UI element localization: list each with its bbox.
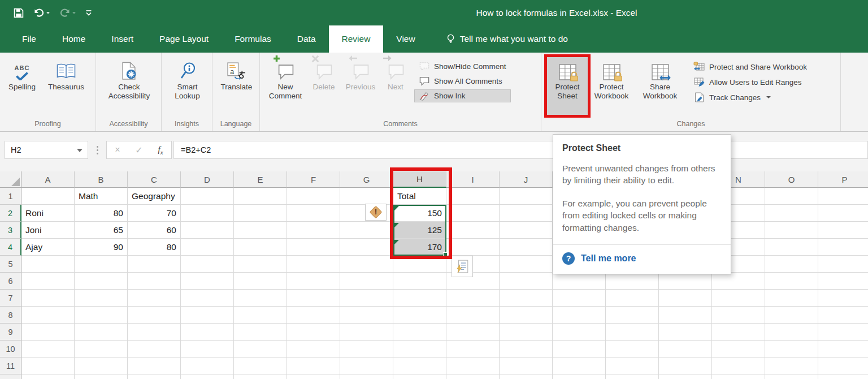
cell-D7[interactable]	[181, 290, 234, 307]
cell-G8[interactable]	[340, 307, 393, 324]
cell-K9[interactable]	[553, 324, 606, 341]
track-changes-button[interactable]: Track Changes	[689, 91, 811, 104]
cell-C7[interactable]	[128, 290, 181, 307]
cell-O7[interactable]	[765, 290, 818, 307]
column-header-C[interactable]: C	[128, 171, 181, 188]
cell-F12[interactable]	[287, 374, 340, 379]
cell-P4[interactable]	[818, 239, 868, 256]
cell-K10[interactable]	[553, 341, 606, 358]
cell-D2[interactable]	[181, 205, 234, 222]
cell-O11[interactable]	[765, 358, 818, 374]
cell-H6[interactable]	[393, 273, 446, 290]
cell-B1[interactable]: Math	[75, 188, 128, 205]
next-comment-button[interactable]: Next	[381, 55, 410, 117]
column-header-D[interactable]: D	[181, 171, 234, 188]
save-button[interactable]	[14, 8, 24, 18]
column-header-I[interactable]: I	[446, 171, 500, 188]
show-hide-comment-button[interactable]: Show/Hide Comment	[415, 61, 510, 72]
cell-F10[interactable]	[287, 341, 340, 358]
confirm-entry-button[interactable]: ✓	[128, 145, 150, 156]
cell-B11[interactable]	[75, 358, 128, 374]
cell-L9[interactable]	[606, 324, 659, 341]
cell-E7[interactable]	[234, 290, 287, 307]
cell-P6[interactable]	[818, 273, 868, 290]
cell-C2[interactable]: 70	[128, 205, 181, 222]
cell-E11[interactable]	[234, 358, 287, 374]
cell-M7[interactable]	[659, 290, 712, 307]
tab-home[interactable]: Home	[49, 25, 98, 53]
delete-comment-button[interactable]: Delete	[307, 55, 340, 117]
cell-P10[interactable]	[818, 341, 868, 358]
cell-F3[interactable]	[287, 222, 340, 239]
cell-I11[interactable]	[446, 358, 500, 374]
cell-A3[interactable]: Joni	[21, 222, 75, 239]
cell-E9[interactable]	[234, 324, 287, 341]
cell-C12[interactable]	[128, 374, 181, 379]
tab-insert[interactable]: Insert	[98, 25, 146, 53]
cell-E12[interactable]	[234, 374, 287, 379]
cell-D8[interactable]	[181, 307, 234, 324]
cell-E2[interactable]	[234, 205, 287, 222]
cell-L8[interactable]	[606, 307, 659, 324]
show-ink-button[interactable]: Show Ink	[415, 90, 510, 102]
formula-input[interactable]: =B2+C2	[173, 141, 868, 159]
row-header-6[interactable]: 6	[0, 273, 21, 290]
row-header-9[interactable]: 9	[0, 324, 21, 341]
cell-D1[interactable]	[181, 188, 234, 205]
cell-J5[interactable]	[500, 256, 553, 273]
cell-G4[interactable]	[340, 239, 393, 256]
cell-I4[interactable]	[446, 239, 500, 256]
cell-A1[interactable]	[21, 188, 75, 205]
cell-H11[interactable]	[393, 358, 446, 374]
spelling-button[interactable]: ABC Spelling	[3, 55, 41, 117]
cell-N9[interactable]	[712, 324, 765, 341]
quick-analysis-button[interactable]	[452, 256, 473, 277]
protect-workbook-button[interactable]: Protect Workbook	[588, 55, 635, 117]
new-comment-button[interactable]: New Comment	[263, 55, 307, 117]
cell-J9[interactable]	[500, 324, 553, 341]
tab-data[interactable]: Data	[284, 25, 329, 53]
cell-D10[interactable]	[181, 341, 234, 358]
cell-K12[interactable]	[553, 374, 606, 379]
cell-G7[interactable]	[340, 290, 393, 307]
row-header-11[interactable]: 11	[0, 358, 21, 374]
cell-M10[interactable]	[659, 341, 712, 358]
select-all-button[interactable]	[0, 171, 21, 188]
cell-P9[interactable]	[818, 324, 868, 341]
previous-comment-button[interactable]: Previous	[340, 55, 381, 117]
cell-H7[interactable]	[393, 290, 446, 307]
cell-B4[interactable]: 90	[75, 239, 128, 256]
cancel-entry-button[interactable]: ×	[107, 145, 128, 155]
column-header-B[interactable]: B	[75, 171, 128, 188]
cell-J3[interactable]	[500, 222, 553, 239]
tab-view[interactable]: View	[383, 25, 428, 53]
cell-P8[interactable]	[818, 307, 868, 324]
cell-B6[interactable]	[75, 273, 128, 290]
cell-A12[interactable]	[21, 374, 75, 379]
cell-B7[interactable]	[75, 290, 128, 307]
column-header-A[interactable]: A	[21, 171, 75, 188]
cell-A2[interactable]: Roni	[21, 205, 75, 222]
cell-A9[interactable]	[21, 324, 75, 341]
tab-page-layout[interactable]: Page Layout	[146, 25, 222, 53]
cell-A11[interactable]	[21, 358, 75, 374]
cell-I1[interactable]	[446, 188, 500, 205]
cell-J6[interactable]	[500, 273, 553, 290]
protect-sheet-button[interactable]: Protect Sheet	[547, 55, 588, 117]
row-header-4[interactable]: 4	[0, 239, 21, 256]
cell-A6[interactable]	[21, 273, 75, 290]
cell-C8[interactable]	[128, 307, 181, 324]
cell-L6[interactable]	[606, 273, 659, 290]
cell-F5[interactable]	[287, 256, 340, 273]
cell-I2[interactable]	[446, 205, 500, 222]
cell-O12[interactable]	[765, 374, 818, 379]
cell-C10[interactable]	[128, 341, 181, 358]
smart-lookup-button[interactable]: Smart Lookup	[166, 55, 210, 117]
fill-handle[interactable]	[443, 252, 448, 257]
tell-me-box[interactable]: Tell me what you want to do	[446, 25, 568, 53]
row-header-5[interactable]: 5	[0, 256, 21, 273]
cell-G5[interactable]	[340, 256, 393, 273]
cell-H5[interactable]	[393, 256, 446, 273]
cell-J1[interactable]	[500, 188, 553, 205]
translate-button[interactable]: a Translate	[216, 55, 257, 117]
